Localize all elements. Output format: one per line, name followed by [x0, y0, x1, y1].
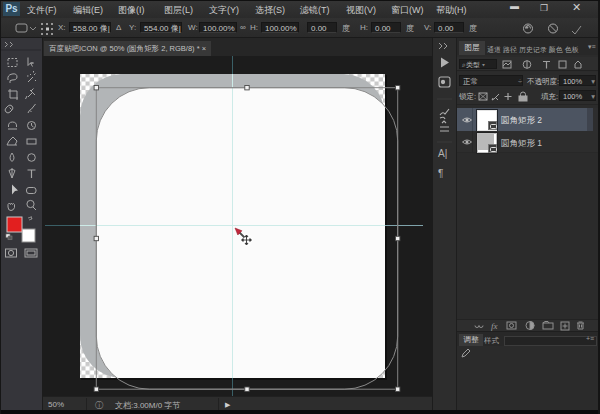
- svg-text:A|: A|: [438, 148, 447, 159]
- svg-text:fx: fx: [491, 321, 498, 331]
- svg-text:¶: ¶: [438, 168, 443, 179]
